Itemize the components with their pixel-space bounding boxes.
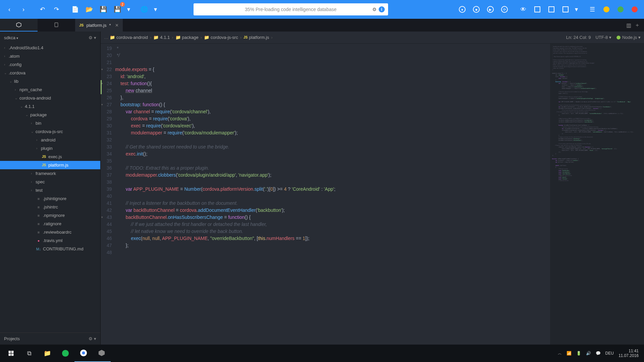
svg-rect-5: [11, 354, 14, 356]
record-button[interactable]: ●: [456, 3, 468, 15]
file-tree[interactable]: ›.AndroidStudio1.4›.atom›.config⌄.cordov…: [0, 44, 100, 333]
minimize-button[interactable]: [600, 3, 612, 15]
tree-item-framework[interactable]: ›framework: [0, 169, 100, 178]
panel-bottom-button[interactable]: [545, 3, 557, 15]
tree-item--jshintrc[interactable]: ≡.jshintrc: [0, 203, 100, 211]
terminal-icon[interactable]: ▥: [626, 22, 631, 28]
tree-item--config[interactable]: ›.config: [0, 60, 100, 69]
undo-button[interactable]: ↶: [36, 3, 48, 15]
tree-item--ratignore[interactable]: ≡.ratignore: [0, 220, 100, 228]
sidebar-tab-outline[interactable]: [38, 19, 75, 32]
debug-button[interactable]: ⟳: [498, 3, 511, 15]
tree-item--travis-yml[interactable]: ●.travis.yml: [0, 236, 100, 245]
sidebar-footer-gear-icon[interactable]: ⚙ ▾: [89, 336, 96, 341]
tree-item-cordova-js-src[interactable]: ⌄cordova-js-src: [0, 127, 100, 136]
tray-clock[interactable]: 11:41 11.07.2016: [619, 349, 639, 358]
tray-notifications-icon[interactable]: 💬: [596, 351, 601, 356]
tree-item-package[interactable]: ⌄package: [0, 111, 100, 119]
tree-item--cordova[interactable]: ⌄.cordova: [0, 69, 100, 77]
tree-item-npm-cache[interactable]: ›npm_cache: [0, 85, 100, 94]
tree-item-cordova-android[interactable]: ⌄cordova-android: [0, 94, 100, 102]
svg-point-1: [616, 36, 621, 40]
browser-dropdown[interactable]: ▾: [152, 3, 158, 15]
maximize-button[interactable]: [614, 3, 627, 15]
menu-button[interactable]: ☰: [586, 3, 598, 15]
tray-wifi-icon[interactable]: 📶: [567, 351, 572, 356]
play-button[interactable]: ▶: [484, 3, 496, 15]
tree-item-contributing-md[interactable]: M↓CONTRIBUTING.md: [0, 245, 100, 253]
sidebar: sdkca ⚙ ▾ ›.AndroidStudio1.4›.atom›.conf…: [0, 32, 101, 345]
browser-button[interactable]: 🌐: [138, 3, 150, 15]
tree-item-test[interactable]: ›test: [0, 186, 100, 194]
breadcrumb-cordova-android[interactable]: 📁 cordova-android ›: [110, 35, 152, 40]
open-file-button[interactable]: 📂: [83, 3, 95, 15]
gear-icon[interactable]: ⚙: [372, 7, 377, 12]
close-window-button[interactable]: [629, 3, 641, 15]
layout-dropdown[interactable]: ▾: [574, 3, 580, 15]
stop-button[interactable]: ■: [470, 3, 482, 15]
svg-rect-3: [11, 351, 14, 353]
tree-item--atom[interactable]: ›.atom: [0, 52, 100, 60]
sidebar-footer-label[interactable]: Projects: [4, 336, 20, 341]
cursor-position: Ln: 24 Col: 9: [566, 35, 591, 40]
status-text: 35% Pre-loading code intelligence databa…: [245, 7, 336, 12]
tree-item--npmignore[interactable]: ≡.npmignore: [0, 211, 100, 220]
tray-chevron-icon[interactable]: ︿: [558, 351, 562, 356]
svg-rect-4: [9, 354, 11, 356]
tree-item-exec-js[interactable]: JSexec.js: [0, 153, 100, 161]
info-icon[interactable]: i: [379, 6, 385, 12]
sidebar-root-label[interactable]: sdkca: [4, 35, 18, 40]
minimap[interactable]: * distributed with this work for additio…: [550, 44, 644, 345]
breadcrumbs[interactable]: … 📁 cordova-android ›📁 4.1.1 ›📁 package …: [104, 35, 273, 40]
svg-point-6: [62, 350, 69, 357]
breadcrumb-platform-js[interactable]: JS platform.js ›: [244, 35, 273, 40]
status-box: 35% Pre-loading code intelligence databa…: [194, 3, 388, 15]
language-mode[interactable]: Node.js ▾: [616, 35, 641, 40]
explorer-taskbar-icon[interactable]: 📁: [38, 345, 56, 362]
tree-item-plugin[interactable]: ›plugin: [0, 144, 100, 153]
chrome-taskbar-icon[interactable]: [74, 345, 93, 362]
tray-volume-icon[interactable]: 🔊: [586, 351, 591, 356]
eye-icon[interactable]: 👁: [517, 3, 529, 15]
breadcrumb-4-1-1[interactable]: 📁 4.1.1 ›: [153, 35, 174, 40]
sidebar-gear-icon[interactable]: ⚙ ▾: [89, 35, 96, 40]
tray-battery-icon[interactable]: 🔋: [576, 351, 581, 356]
tab-bar: JS platform.js * ✕ ▥ ＋: [0, 19, 644, 32]
breadcrumb-package[interactable]: 📁 package ›: [175, 35, 203, 40]
close-tab-button[interactable]: ✕: [115, 23, 119, 28]
encoding[interactable]: UTF-8 ▾: [595, 35, 611, 40]
ide-taskbar-icon[interactable]: [93, 345, 111, 362]
panel-left-button[interactable]: [531, 3, 543, 15]
tray-language[interactable]: DEU: [605, 351, 614, 356]
sidebar-tab-files[interactable]: [0, 19, 38, 32]
task-view-button[interactable]: ⧉: [20, 345, 38, 362]
tree-item-spec[interactable]: ›spec: [0, 178, 100, 186]
tree-item-lib[interactable]: ⌄lib: [0, 77, 100, 85]
redo-button[interactable]: ↷: [50, 3, 62, 15]
add-tab-button[interactable]: ＋: [635, 22, 640, 29]
code-area[interactable]: 192021▾2223▾242526▾272829303132333435363…: [101, 44, 644, 345]
tree-item--androidstudio1-4[interactable]: ›.AndroidStudio1.4: [0, 44, 100, 52]
new-file-button[interactable]: 📄: [69, 3, 81, 15]
nav-forward-button[interactable]: ›: [17, 3, 30, 15]
editor: … 📁 cordova-android ›📁 4.1.1 ›📁 package …: [101, 32, 644, 345]
tree-item--jshintignore[interactable]: ≡.jshintignore: [0, 194, 100, 203]
svg-marker-9: [99, 350, 105, 356]
nav-back-button[interactable]: ‹: [3, 3, 15, 15]
breadcrumb-cordova-js-src[interactable]: 📁 cordova-js-src ›: [204, 35, 242, 40]
save-dropdown[interactable]: ▾: [125, 3, 131, 15]
spotify-taskbar-icon[interactable]: [56, 345, 74, 362]
tree-item-4-1-1[interactable]: ⌄4.1.1: [0, 102, 100, 111]
file-tab-platform-js[interactable]: JS platform.js * ✕: [75, 19, 123, 32]
svg-point-8: [82, 351, 85, 354]
save-all-button[interactable]: 💾: [111, 3, 123, 15]
save-button[interactable]: 💾: [97, 3, 109, 15]
panel-right-button[interactable]: [559, 3, 572, 15]
tree-item-bin[interactable]: ›bin: [0, 119, 100, 127]
modified-indicator: *: [109, 23, 111, 28]
start-button[interactable]: [2, 345, 20, 362]
windows-taskbar: ⧉ 📁 ︿ 📶 🔋 🔊 💬 DEU 11:41 11.07.2016: [0, 345, 644, 362]
tree-item-android[interactable]: ›android: [0, 136, 100, 144]
tree-item--reviewboardrc[interactable]: ≡.reviewboardrc: [0, 228, 100, 236]
tree-item-platform-js[interactable]: JSplatform.js: [0, 161, 100, 169]
